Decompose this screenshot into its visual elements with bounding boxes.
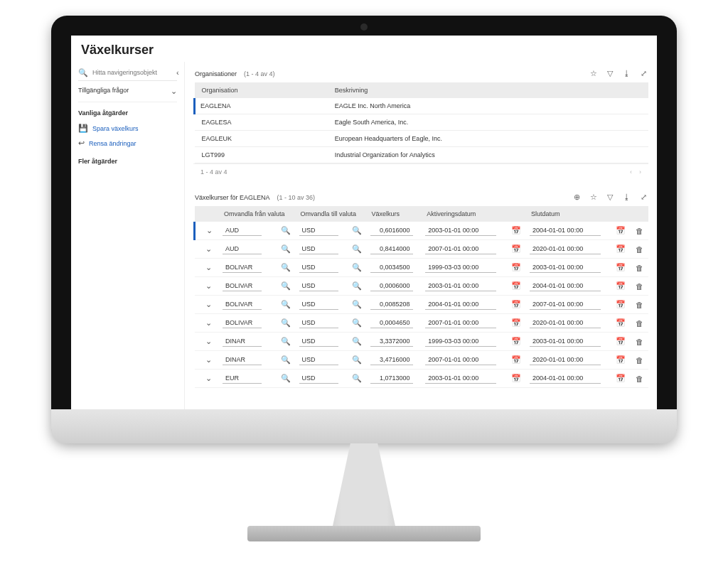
calendar-icon[interactable]: 📅 (511, 337, 521, 347)
search-icon[interactable]: 🔍 (352, 318, 362, 328)
save-exchange-rate-link[interactable]: 💾 Spara växelkurs (78, 121, 177, 136)
search-icon[interactable]: 🔍 (281, 374, 291, 384)
filter-icon[interactable]: ▽ (607, 69, 613, 78)
from-currency[interactable]: BOLIVAR (223, 318, 262, 328)
chevron-down-icon[interactable]: ⌄ (203, 337, 213, 347)
delete-icon[interactable]: 🗑 (634, 337, 644, 347)
search-icon[interactable]: 🔍 (352, 263, 362, 273)
calendar-icon[interactable]: 📅 (511, 374, 521, 384)
end-date[interactable]: 2003-01-01 00:00 (530, 262, 601, 273)
from-currency[interactable]: BOLIVAR (223, 299, 262, 310)
rate-value[interactable]: 3,3372000 (370, 336, 413, 347)
search-input[interactable] (92, 69, 172, 76)
to-currency[interactable]: USD (299, 355, 338, 365)
search-icon[interactable]: 🔍 (352, 300, 362, 310)
table-row[interactable]: ⌄BOLIVAR🔍USD🔍0,00046502007-01-01 00:00📅2… (195, 314, 649, 333)
rate-value[interactable]: 0,0004650 (370, 318, 413, 328)
end-date[interactable]: 2020-01-01 00:00 (530, 355, 601, 365)
start-date[interactable]: 2007-01-01 00:00 (425, 318, 496, 328)
calendar-icon[interactable]: 📅 (616, 374, 626, 384)
search-icon[interactable]: 🔍 (281, 226, 291, 236)
end-date[interactable]: 2004-01-01 00:00 (530, 225, 601, 236)
search-icon[interactable]: 🔍 (352, 355, 362, 365)
delete-icon[interactable]: 🗑 (634, 300, 644, 310)
calendar-icon[interactable]: 📅 (616, 281, 626, 291)
to-currency[interactable]: USD (299, 318, 338, 328)
from-currency[interactable]: BOLIVAR (223, 281, 262, 291)
to-currency[interactable]: USD (299, 299, 338, 310)
to-currency[interactable]: USD (299, 373, 338, 384)
calendar-icon[interactable]: 📅 (511, 244, 521, 254)
search-icon[interactable]: 🔍 (281, 337, 291, 347)
start-date[interactable]: 2004-01-01 00:00 (425, 299, 496, 310)
orgs-prev-page[interactable]: ‹ (630, 168, 632, 176)
delete-icon[interactable]: 🗑 (634, 263, 644, 273)
table-row[interactable]: LGT999Industrial Organization for Analyt… (195, 147, 649, 163)
bookmark-icon[interactable]: ☆ (590, 69, 597, 78)
table-row[interactable]: ⌄BOLIVAR🔍USD🔍0,00060002003-01-01 00:00📅2… (195, 277, 649, 296)
rate-value[interactable]: 3,4716000 (370, 355, 413, 365)
to-currency[interactable]: USD (299, 336, 338, 347)
start-date[interactable]: 2007-01-01 00:00 (425, 355, 496, 365)
calendar-icon[interactable]: 📅 (511, 226, 521, 236)
search-icon[interactable]: 🔍 (281, 355, 291, 365)
calendar-icon[interactable]: 📅 (616, 355, 626, 365)
from-currency[interactable]: BOLIVAR (223, 262, 262, 273)
download-icon[interactable]: ⭳ (623, 69, 631, 78)
delete-icon[interactable]: 🗑 (634, 244, 644, 254)
chevron-down-icon[interactable]: ⌄ (203, 374, 213, 384)
table-row[interactable]: ⌄AUD🔍USD🔍0,84140002007-01-01 00:00📅2020-… (195, 240, 649, 259)
start-date[interactable]: 2007-01-01 00:00 (425, 244, 496, 254)
rate-value[interactable]: 0,8414000 (370, 244, 413, 254)
calendar-icon[interactable]: 📅 (616, 300, 626, 310)
search-icon[interactable]: 🔍 (281, 263, 291, 273)
search-icon[interactable]: 🔍 (352, 226, 362, 236)
calendar-icon[interactable]: 📅 (511, 263, 521, 273)
chevron-down-icon[interactable]: ⌄ (203, 281, 213, 291)
orgs-col-org[interactable]: Organisation (195, 82, 328, 98)
rate-value[interactable]: 0,0085208 (370, 299, 413, 310)
collapse-sidebar-icon[interactable]: ‹ (176, 68, 179, 77)
bookmark-icon[interactable]: ☆ (590, 193, 597, 202)
from-currency[interactable]: EUR (223, 373, 262, 384)
rates-col-start[interactable]: Aktiveringsdatum (421, 206, 525, 222)
chevron-down-icon[interactable]: ⌄ (203, 244, 213, 254)
end-date[interactable]: 2020-01-01 00:00 (530, 244, 601, 254)
end-date[interactable]: 2004-01-01 00:00 (530, 373, 601, 384)
to-currency[interactable]: USD (299, 262, 338, 273)
delete-icon[interactable]: 🗑 (634, 355, 644, 365)
download-icon[interactable]: ⭳ (623, 193, 631, 202)
rate-value[interactable]: 1,0713000 (370, 373, 413, 384)
search-icon[interactable]: 🔍 (281, 318, 291, 328)
end-date[interactable]: 2020-01-01 00:00 (530, 318, 601, 328)
table-row[interactable]: ⌄AUD🔍USD🔍0,60160002003-01-01 00:00📅2004-… (195, 222, 649, 240)
calendar-icon[interactable]: 📅 (616, 318, 626, 328)
chevron-down-icon[interactable]: ⌄ (203, 263, 213, 273)
table-row[interactable]: EAGLEUKEuropean Headquarters of Eagle, I… (195, 131, 649, 147)
rates-col-end[interactable]: Slutdatum (525, 206, 630, 222)
start-date[interactable]: 2003-01-01 00:00 (425, 281, 496, 291)
calendar-icon[interactable]: 📅 (616, 263, 626, 273)
rate-value[interactable]: 0,0034500 (370, 262, 413, 273)
search-icon[interactable]: 🔍 (352, 281, 362, 291)
calendar-icon[interactable]: 📅 (511, 318, 521, 328)
orgs-next-page[interactable]: › (639, 168, 641, 176)
chevron-down-icon[interactable]: ⌄ (203, 318, 213, 328)
chevron-down-icon[interactable]: ⌄ (204, 226, 214, 236)
delete-icon[interactable]: 🗑 (634, 281, 644, 291)
add-row-icon[interactable]: ⊕ (574, 193, 580, 202)
table-row[interactable]: EAGLESAEagle South America, Inc. (195, 114, 649, 131)
search-icon[interactable]: 🔍 (281, 281, 291, 291)
expand-icon[interactable]: ⤢ (641, 69, 647, 78)
from-currency[interactable]: AUD (223, 244, 262, 254)
calendar-icon[interactable]: 📅 (511, 300, 521, 310)
search-icon[interactable]: 🔍 (352, 337, 362, 347)
start-date[interactable]: 2003-01-01 00:00 (425, 225, 496, 236)
end-date[interactable]: 2003-01-01 00:00 (530, 336, 601, 347)
to-currency[interactable]: USD (299, 225, 338, 236)
rate-value[interactable]: 0,0006000 (370, 281, 413, 291)
expand-icon[interactable]: ⤢ (641, 193, 647, 202)
search-icon[interactable]: 🔍 (281, 300, 291, 310)
rates-col-from[interactable]: Omvandla från valuta (218, 206, 295, 222)
calendar-icon[interactable]: 📅 (511, 281, 521, 291)
